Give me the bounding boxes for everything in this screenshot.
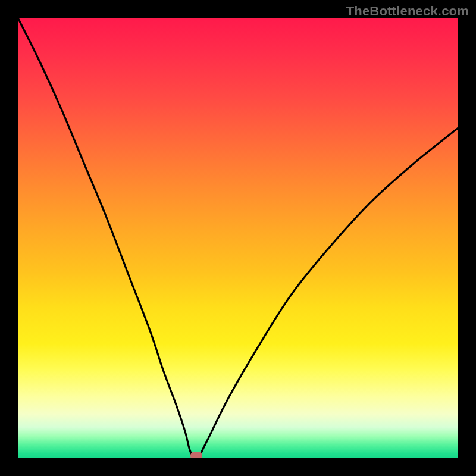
chart-frame: TheBottleneck.com	[0, 0, 476, 476]
optimal-marker	[190, 452, 202, 458]
watermark-text: TheBottleneck.com	[346, 4, 469, 19]
curve-svg	[18, 18, 458, 458]
plot-area	[18, 18, 458, 458]
bottleneck-curve	[18, 18, 458, 458]
